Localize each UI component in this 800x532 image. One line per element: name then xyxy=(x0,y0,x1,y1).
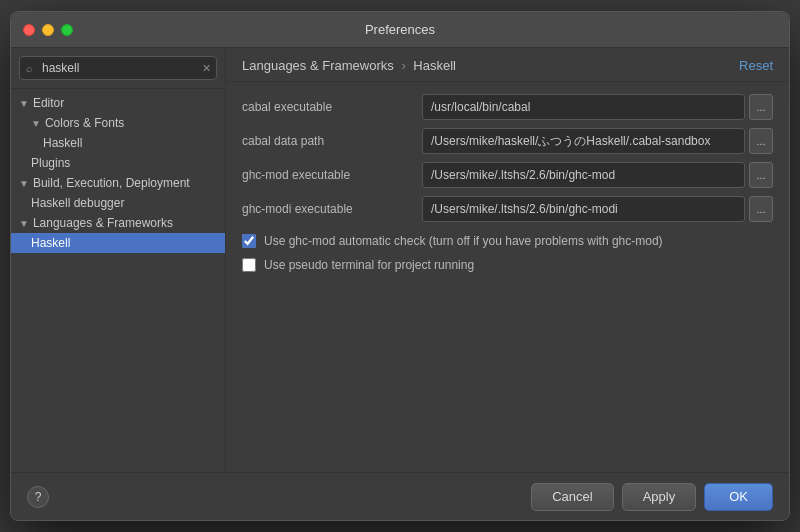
setting-row-cabal-executable: cabal executable ... xyxy=(242,94,773,120)
expand-arrow-icon: ▼ xyxy=(19,98,29,109)
footer-left: ? xyxy=(27,486,49,508)
setting-input-wrapper: ... xyxy=(422,128,773,154)
sidebar-item-plugins[interactable]: Plugins xyxy=(11,153,225,173)
dialog-title: Preferences xyxy=(365,22,435,37)
use-ghc-mod-label: Use ghc-mod automatic check (turn off if… xyxy=(264,234,663,248)
cabal-data-path-browse-button[interactable]: ... xyxy=(749,128,773,154)
ghc-mod-executable-browse-button[interactable]: ... xyxy=(749,162,773,188)
maximize-button[interactable] xyxy=(61,24,73,36)
reset-button[interactable]: Reset xyxy=(739,58,773,73)
setting-label: cabal executable xyxy=(242,100,422,114)
sidebar: ⌕ ✕ ▼Editor ▼Colors & Fonts Haskell Plug… xyxy=(11,48,226,472)
search-wrapper: ⌕ ✕ xyxy=(19,56,217,80)
breadcrumb-part-1: Languages & Frameworks xyxy=(242,58,394,73)
cabal-executable-input[interactable] xyxy=(422,94,745,120)
dialog-body: ⌕ ✕ ▼Editor ▼Colors & Fonts Haskell Plug… xyxy=(11,48,789,472)
sidebar-item-haskell-cf[interactable]: Haskell xyxy=(11,133,225,153)
expand-arrow-icon: ▼ xyxy=(19,178,29,189)
setting-label: ghc-modi executable xyxy=(242,202,422,216)
setting-input-wrapper: ... xyxy=(422,162,773,188)
ghc-modi-executable-browse-button[interactable]: ... xyxy=(749,196,773,222)
breadcrumb: Languages & Frameworks › Haskell xyxy=(242,58,456,73)
preferences-dialog: Preferences ⌕ ✕ ▼Editor ▼Colors & Fonts … xyxy=(10,11,790,521)
use-pseudo-terminal-checkbox[interactable] xyxy=(242,258,256,272)
setting-label: cabal data path xyxy=(242,134,422,148)
use-pseudo-terminal-label: Use pseudo terminal for project running xyxy=(264,258,474,272)
footer-right: Cancel Apply OK xyxy=(531,483,773,511)
search-clear-icon[interactable]: ✕ xyxy=(202,62,211,75)
sidebar-item-haskell-lf[interactable]: Haskell xyxy=(11,233,225,253)
search-icon: ⌕ xyxy=(26,62,33,74)
use-ghc-mod-checkbox[interactable] xyxy=(242,234,256,248)
setting-input-wrapper: ... xyxy=(422,94,773,120)
help-button[interactable]: ? xyxy=(27,486,49,508)
close-button[interactable] xyxy=(23,24,35,36)
ghc-mod-executable-input[interactable] xyxy=(422,162,745,188)
cabal-data-path-input[interactable] xyxy=(422,128,745,154)
setting-row-ghc-mod-executable: ghc-mod executable ... xyxy=(242,162,773,188)
apply-button[interactable]: Apply xyxy=(622,483,697,511)
ghc-modi-executable-input[interactable] xyxy=(422,196,745,222)
expand-arrow-icon: ▼ xyxy=(31,118,41,129)
expand-arrow-icon: ▼ xyxy=(19,218,29,229)
checkbox-row-pseudo-terminal: Use pseudo terminal for project running xyxy=(242,256,773,274)
setting-label: ghc-mod executable xyxy=(242,168,422,182)
dialog-footer: ? Cancel Apply OK xyxy=(11,472,789,520)
sidebar-item-languages-frameworks[interactable]: ▼Languages & Frameworks xyxy=(11,213,225,233)
traffic-lights xyxy=(23,24,73,36)
search-input[interactable] xyxy=(19,56,217,80)
ok-button[interactable]: OK xyxy=(704,483,773,511)
breadcrumb-part-2: Haskell xyxy=(413,58,456,73)
sidebar-item-build-execution[interactable]: ▼Build, Execution, Deployment xyxy=(11,173,225,193)
sidebar-item-haskell-debugger[interactable]: Haskell debugger xyxy=(11,193,225,213)
main-panel: Languages & Frameworks › Haskell Reset c… xyxy=(226,48,789,472)
setting-row-cabal-data-path: cabal data path ... xyxy=(242,128,773,154)
cancel-button[interactable]: Cancel xyxy=(531,483,613,511)
minimize-button[interactable] xyxy=(42,24,54,36)
checkbox-row-use-ghc-mod: Use ghc-mod automatic check (turn off if… xyxy=(242,232,773,250)
breadcrumb-separator: › xyxy=(401,58,409,73)
search-container: ⌕ ✕ xyxy=(11,48,225,89)
sidebar-tree: ▼Editor ▼Colors & Fonts Haskell Plugins … xyxy=(11,89,225,472)
settings-table: cabal executable ... cabal data path ... xyxy=(242,94,773,222)
main-content: cabal executable ... cabal data path ... xyxy=(226,82,789,472)
checkboxes-section: Use ghc-mod automatic check (turn off if… xyxy=(242,232,773,274)
cabal-executable-browse-button[interactable]: ... xyxy=(749,94,773,120)
sidebar-item-editor[interactable]: ▼Editor xyxy=(11,93,225,113)
setting-row-ghc-modi-executable: ghc-modi executable ... xyxy=(242,196,773,222)
main-header: Languages & Frameworks › Haskell Reset xyxy=(226,48,789,82)
sidebar-item-colors-fonts[interactable]: ▼Colors & Fonts xyxy=(11,113,225,133)
setting-input-wrapper: ... xyxy=(422,196,773,222)
title-bar: Preferences xyxy=(11,12,789,48)
